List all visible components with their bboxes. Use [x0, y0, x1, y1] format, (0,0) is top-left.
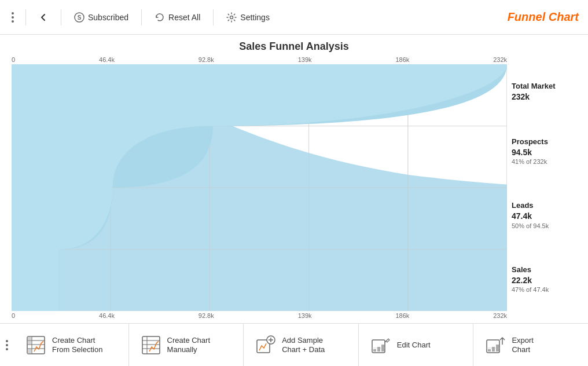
edit-chart-label: Edit Chart — [397, 341, 431, 350]
subscribed-icon: S — [74, 12, 84, 23]
axis-bottom-1: 46.4k — [99, 312, 115, 319]
axis-top-2: 92.8k — [199, 56, 214, 63]
create-manually-icon — [141, 335, 161, 356]
chart-container: 0 46.4k 92.8k 139k 186k 232k — [12, 55, 576, 320]
chart-labels: Total Market 232k Prospects 94.5k 41% of… — [507, 64, 576, 311]
axis-top: 0 46.4k 92.8k 139k 186k 232k — [12, 55, 576, 64]
edit-chart-icon — [370, 335, 391, 356]
header-divider-3 — [141, 9, 142, 25]
create-manually-label: Create ChartManually — [167, 336, 210, 356]
axis-top-4: 186k — [395, 56, 409, 63]
page-title: Funnel Chart — [508, 10, 579, 24]
svg-rect-50 — [488, 349, 491, 352]
reset-all-button[interactable]: Reset All — [151, 10, 204, 25]
add-sample-label: Add SampleChart + Data — [282, 336, 325, 356]
create-chart-from-selection-button[interactable]: Create ChartFrom Selection — [14, 324, 129, 366]
reset-icon — [155, 12, 165, 23]
svg-text:S: S — [78, 14, 82, 21]
svg-point-2 — [230, 16, 233, 19]
axis-bottom-5: 232k — [493, 312, 507, 319]
funnel-chart-svg — [12, 64, 507, 311]
chart-area: Sales Funnel Analysis 0 46.4k 92.8k 139k… — [0, 35, 588, 323]
add-sample-button[interactable]: Add SampleChart + Data — [244, 324, 359, 366]
svg-rect-44 — [373, 349, 376, 352]
header: S Subscribed Reset All Settings Funnel C… — [0, 0, 588, 35]
svg-rect-32 — [27, 349, 32, 354]
export-chart-label: ExportChart — [512, 336, 534, 356]
axis-top-0: 0 — [12, 56, 15, 63]
back-button[interactable] — [35, 10, 52, 24]
label-total-market: Total Market 232k — [512, 82, 576, 102]
chart-svg-area — [12, 64, 507, 311]
export-chart-button[interactable]: ExportChart — [473, 324, 588, 366]
header-left: S Subscribed Reset All Settings — [9, 9, 508, 25]
axis-top-5: 232k — [493, 56, 507, 63]
label-leads: Leads 47.4k 50% of 94.5k — [512, 201, 576, 229]
svg-rect-45 — [377, 347, 380, 352]
header-divider-1 — [25, 9, 26, 25]
svg-rect-30 — [27, 336, 32, 341]
create-chart-manually-button[interactable]: Create ChartManually — [129, 324, 244, 366]
axis-top-1: 46.4k — [99, 56, 115, 63]
label-prospects: Prospects 94.5k 41% of 232k — [512, 137, 576, 166]
reset-all-label: Reset All — [168, 13, 200, 22]
axis-bottom-0: 0 — [12, 312, 15, 319]
svg-rect-31 — [27, 341, 32, 345]
subscribed-label: Subscribed — [88, 13, 128, 22]
subscribed-button[interactable]: S Subscribed — [71, 10, 132, 25]
axis-bottom-2: 92.8k — [199, 312, 214, 319]
svg-rect-51 — [492, 347, 495, 352]
create-from-selection-icon — [25, 335, 46, 356]
svg-rect-33 — [142, 336, 160, 354]
edit-chart-button[interactable]: Edit Chart — [359, 324, 474, 366]
toolbar-dots-icon[interactable] — [0, 335, 14, 355]
settings-label: Settings — [240, 13, 270, 22]
header-divider-2 — [61, 9, 61, 25]
back-arrow-icon — [39, 13, 48, 22]
settings-button[interactable]: Settings — [223, 10, 273, 25]
chart-inner: Total Market 232k Prospects 94.5k 41% of… — [12, 64, 576, 311]
axis-bottom-3: 139k — [298, 312, 312, 319]
create-from-selection-label: Create ChartFrom Selection — [52, 336, 102, 356]
chart-title: Sales Funnel Analysis — [12, 41, 576, 53]
settings-icon — [226, 12, 237, 23]
svg-rect-46 — [381, 345, 384, 352]
label-sales: Sales 22.2k 47% of 47.4k — [512, 265, 576, 294]
add-sample-icon — [255, 335, 276, 356]
export-chart-icon — [485, 335, 506, 356]
toolbar: Create ChartFrom Selection Create ChartM… — [0, 323, 588, 366]
axis-bottom: 0 46.4k 92.8k 139k 186k 232k — [12, 311, 576, 320]
menu-dots-icon[interactable] — [9, 10, 16, 25]
axis-bottom-4: 186k — [395, 312, 409, 319]
axis-top-3: 139k — [298, 56, 312, 63]
svg-rect-52 — [496, 345, 499, 352]
header-divider-4 — [213, 9, 214, 25]
